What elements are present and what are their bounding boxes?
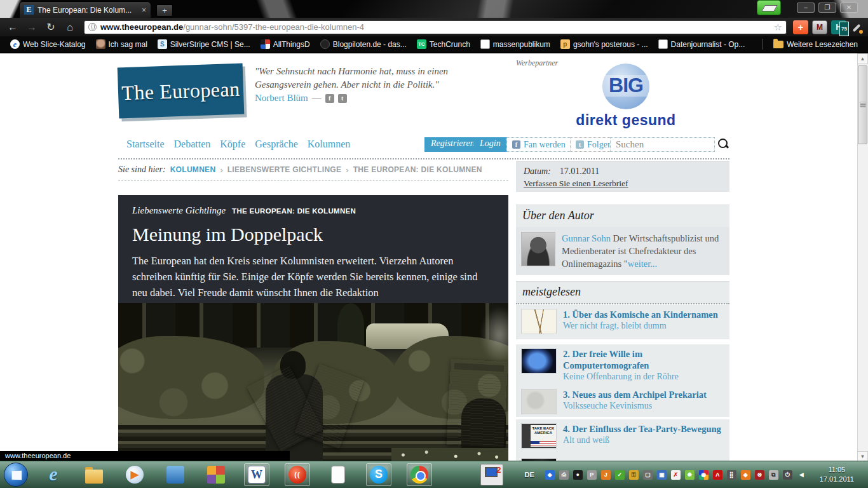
minimize-button[interactable]: – [797, 3, 815, 13]
nav-koepfe[interactable]: Köpfe [220, 139, 245, 150]
article-category-secondary[interactable]: THE EUROPEAN: DIE KOLUMNEN [232, 207, 356, 215]
bookmark-item[interactable]: Blogpiloten.de - das... [316, 38, 410, 50]
start-button[interactable] [4, 463, 28, 487]
bookmark-item[interactable]: TCTechCrunch [413, 38, 474, 50]
most-read-item[interactable]: 3. Neues aus dem Archipel PrekariatVolks… [516, 385, 729, 417]
nav-gespraeche[interactable]: Gespräche [255, 139, 298, 150]
scrollbar-up-arrow[interactable]: ▲ [857, 53, 868, 64]
taskbar-audacity-icon[interactable]: (( [285, 463, 310, 486]
bookmark-item[interactable]: Datenjournalist - Op... [654, 38, 749, 50]
address-bar[interactable]: www.theeuropean.de/gunnar-sohn/5397-the-… [84, 20, 787, 34]
browser-tab[interactable]: E The European: Die Kolum... × [19, 1, 151, 18]
taskbar-chrome-icon[interactable] [407, 463, 432, 486]
tray-contact-icon[interactable]: ● [573, 470, 583, 480]
new-tab-button[interactable]: + [156, 4, 173, 17]
write-letter-link[interactable]: Verfassen Sie einen Leserbrief [524, 179, 628, 189]
maximize-button[interactable]: ❐ [818, 3, 836, 13]
bookmark-item[interactable]: eWeb Slice-Katalog [6, 38, 90, 50]
article-title: Meinung im Doppelpack [132, 224, 494, 245]
extension-plus-icon[interactable]: + [793, 20, 808, 34]
search-icon[interactable] [718, 139, 729, 149]
author-photo[interactable] [521, 232, 555, 266]
quote-author-link[interactable]: Norbert Blüm [255, 93, 308, 104]
tray-posterous-icon[interactable]: P [587, 470, 597, 480]
facebook-icon[interactable]: f [325, 94, 334, 103]
login-button[interactable]: Login [473, 137, 507, 152]
taskbar-mediaplayer-icon[interactable]: ▶ [122, 463, 147, 486]
taskbar-ie-icon[interactable]: e [41, 463, 66, 486]
tray-clipboard-icon[interactable]: ⧉ [769, 470, 778, 480]
breadcrumb: Sie sind hier: KOLUMNEN › LIEBENSWERTE G… [118, 165, 482, 175]
big-logo-ball: BIG [602, 64, 649, 109]
taskbar-messenger-icon[interactable] [163, 463, 188, 486]
most-read-item[interactable]: 1. Über das Komische an KindernamenWer n… [516, 305, 729, 339]
tray-virtualbox-icon[interactable]: ◈ [741, 470, 750, 480]
divider [118, 158, 729, 159]
tab-close-icon[interactable]: × [142, 6, 146, 14]
most-read-item[interactable]: 2. Der freie Wille im Computertomografen… [516, 344, 729, 386]
tray-photo-icon[interactable]: ▣ [657, 470, 667, 480]
article-date: 17.01.2011 [560, 166, 599, 176]
nav-debatten[interactable]: Debatten [174, 139, 211, 150]
tray-antivirus-icon[interactable]: ❋ [685, 470, 695, 480]
bookmark-star-icon[interactable]: ☆ [774, 22, 782, 33]
tray-swirl-icon[interactable]: ◉ [699, 470, 709, 480]
big-direkt-gesund-ad[interactable]: BIG direkt gesund [572, 64, 680, 129]
taskbar-clock[interactable]: 11:05 17.01.2011 [820, 465, 854, 484]
breadcrumb-gichtlinge[interactable]: LIEBENSWERTE GICHTLINGE [227, 165, 342, 174]
settings-wrench-icon[interactable] [850, 21, 863, 34]
tray-power-icon[interactable]: ⏻ [783, 470, 792, 480]
tray-java-icon[interactable]: J [601, 470, 611, 480]
scrollbar-down-arrow[interactable]: ▼ [857, 451, 868, 461]
tray-dropbox-icon[interactable]: ◆ [545, 470, 555, 480]
breadcrumb-kolumnen[interactable]: KOLUMNEN [170, 165, 216, 174]
bookmark-item[interactable]: massenpublikum [477, 38, 554, 50]
taskbar-skype-icon[interactable]: S [366, 463, 391, 486]
most-read-item[interactable]: 5. … [516, 454, 729, 461]
nav-startseite[interactable]: Startseite [126, 139, 165, 150]
home-button[interactable]: ⌂ [62, 20, 78, 34]
bookmark-item[interactable]: AllThingsD [257, 38, 314, 50]
most-read-thumb-mri [521, 348, 557, 374]
scrollbar-thumb[interactable] [858, 65, 867, 144]
author-more-link[interactable]: weiter... [628, 259, 657, 269]
tray-error-doc-icon[interactable]: ✗ [671, 470, 681, 480]
bookmark-item[interactable]: pgsohn's posterous - ... [557, 38, 652, 50]
extension-hootsuite-icon[interactable]: H75 [831, 20, 846, 34]
back-button[interactable]: ← [5, 20, 20, 34]
forward-button[interactable]: → [24, 20, 39, 34]
tray-signal-icon[interactable]: ⣿ [727, 470, 736, 480]
extension-badge: 75 [839, 22, 849, 36]
tab-favicon: E [24, 5, 34, 15]
remote-desktop-icon[interactable] [480, 464, 503, 485]
tray-lock-icon[interactable]: ⚿ [629, 470, 639, 480]
extension-mcafee-icon[interactable]: M [812, 20, 827, 34]
language-indicator[interactable]: DE [524, 471, 534, 478]
bookmark-item[interactable]: Ich sag mal [92, 38, 151, 50]
reload-button[interactable]: ↻ [43, 20, 58, 34]
close-button[interactable]: ✕ [840, 3, 858, 13]
background-app-icon[interactable] [757, 0, 781, 15]
tray-pdf-icon[interactable]: A [713, 470, 722, 480]
taskbar-cubes-icon[interactable] [203, 463, 229, 486]
site-logo[interactable]: The European [118, 64, 245, 119]
facebook-fan-button[interactable]: fFan werden [506, 137, 571, 152]
bookmark-item[interactable]: SSilverStripe CMS | Se... [154, 38, 254, 50]
window-controls: – ❐ ✕ [797, 3, 858, 13]
taskbar-word-icon[interactable]: W [244, 463, 269, 486]
tray-blocked-icon[interactable]: ⊗ [755, 470, 764, 480]
register-button[interactable]: Registrieren [424, 137, 481, 152]
article-category[interactable]: Liebenswerte Gichtlinge [132, 205, 226, 216]
more-bookmarks-button[interactable]: Weitere Lesezeichen [770, 39, 862, 50]
tray-usb-icon[interactable]: ✓ [615, 470, 625, 480]
author-name-link[interactable]: Gunnar Sohn [562, 233, 611, 243]
site-security-icon[interactable] [88, 23, 97, 31]
nav-kolumnen[interactable]: Kolumnen [308, 139, 351, 150]
taskbar-explorer-icon[interactable] [81, 463, 107, 486]
taskbar-notepad-icon[interactable] [325, 463, 351, 486]
search-input[interactable] [610, 137, 715, 152]
twitter-icon[interactable]: t [338, 94, 347, 103]
tray-printer-icon[interactable]: ⎙ [559, 470, 569, 480]
tray-speaker-icon[interactable]: ◄ [797, 470, 806, 480]
tray-display-icon[interactable]: ▢ [643, 470, 653, 480]
